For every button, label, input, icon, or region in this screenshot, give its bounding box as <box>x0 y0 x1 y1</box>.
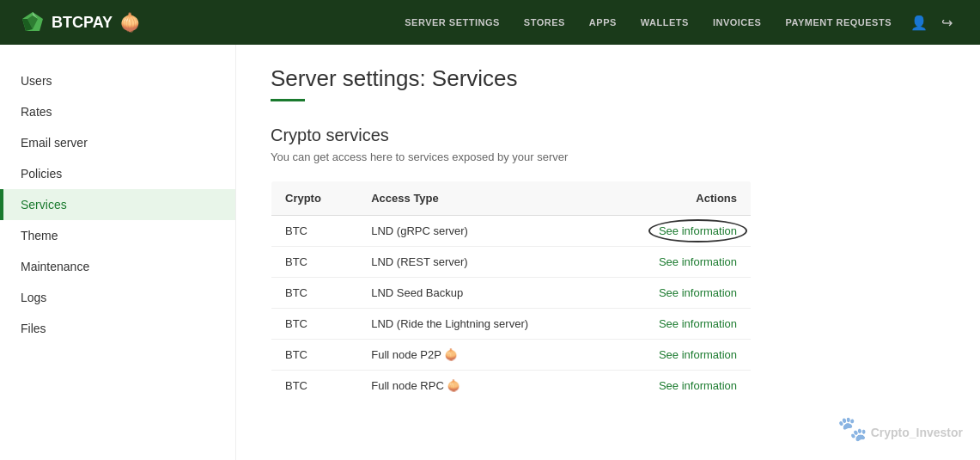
sidebar-item-services[interactable]: Services <box>0 189 235 220</box>
tor-icon: 🧅 <box>119 12 141 33</box>
cell-actions: See information <box>607 309 751 340</box>
logout-icon[interactable]: ↪ <box>934 15 959 31</box>
sidebar-item-maintenance[interactable]: Maintenance <box>0 251 235 282</box>
cell-access-type: Full node RPC 🧅 <box>357 371 607 402</box>
cell-crypto: BTC <box>271 247 358 278</box>
col-crypto: Crypto <box>271 181 358 216</box>
cell-access-type: LND (REST server) <box>357 247 607 278</box>
cell-access-type: LND (gRPC server) <box>357 216 607 247</box>
sidebar-item-rates[interactable]: Rates <box>0 96 235 127</box>
cell-actions: See information <box>607 247 751 278</box>
cell-actions: See information <box>607 216 751 247</box>
cell-actions: See information <box>607 278 751 309</box>
cell-access-type: Full node P2P 🧅 <box>357 340 607 371</box>
sidebar-item-email-server[interactable]: Email server <box>0 127 235 158</box>
page-wrapper: Users Rates Email server Policies Servic… <box>0 45 980 460</box>
nav-server-settings[interactable]: SERVER SETTINGS <box>393 17 512 28</box>
nav-wallets[interactable]: WALLETS <box>629 17 701 28</box>
see-information-link-3[interactable]: See information <box>659 317 737 330</box>
cell-crypto: BTC <box>271 309 358 340</box>
see-information-link-0[interactable]: See information <box>659 224 737 237</box>
table-row: BTCFull node P2P 🧅See information <box>271 340 752 371</box>
sidebar-item-logs[interactable]: Logs <box>0 282 235 313</box>
cell-actions: See information <box>607 340 751 371</box>
main-content: Server settings: Services Crypto service… <box>236 45 980 460</box>
cell-crypto: BTC <box>271 340 358 371</box>
table-row: BTCFull node RPC 🧅See information <box>271 371 752 402</box>
section-title: Crypto services <box>271 126 946 145</box>
cell-actions: See information <box>607 371 751 402</box>
nav-apps[interactable]: APPS <box>577 17 629 28</box>
cell-crypto: BTC <box>271 216 358 247</box>
cell-access-type: LND (Ride the Lightning server) <box>357 309 607 340</box>
cell-crypto: BTC <box>271 371 358 402</box>
nav-invoices[interactable]: INVOICES <box>701 17 774 28</box>
services-table: Crypto Access Type Actions BTCLND (gRPC … <box>271 181 752 402</box>
col-actions: Actions <box>607 181 751 216</box>
table-row: BTCLND (REST server)See information <box>271 247 752 278</box>
table-header-row: Crypto Access Type Actions <box>271 181 752 216</box>
table-row: BTCLND (gRPC server)See information <box>271 216 752 247</box>
sidebar-item-theme[interactable]: Theme <box>0 220 235 251</box>
sidebar-item-policies[interactable]: Policies <box>0 158 235 189</box>
see-information-link-1[interactable]: See information <box>659 255 737 268</box>
see-information-link-4[interactable]: See information <box>659 348 737 361</box>
user-icon[interactable]: 👤 <box>904 15 934 31</box>
nav-stores[interactable]: STORES <box>512 17 577 28</box>
section-subtitle: You can get access here to services expo… <box>271 150 946 163</box>
logo[interactable]: BTCPAY 🧅 <box>21 10 141 34</box>
see-information-link-5[interactable]: See information <box>659 379 737 392</box>
sidebar: Users Rates Email server Policies Servic… <box>0 45 236 460</box>
table-row: BTCLND Seed BackupSee information <box>271 278 752 309</box>
logo-icon <box>21 10 45 34</box>
title-underline <box>271 99 305 101</box>
brand-name: BTCPAY <box>52 14 113 32</box>
see-information-link-2[interactable]: See information <box>659 286 737 299</box>
header: BTCPAY 🧅 SERVER SETTINGS STORES APPS WAL… <box>0 0 980 45</box>
header-nav: SERVER SETTINGS STORES APPS WALLETS INVO… <box>175 15 959 31</box>
cell-crypto: BTC <box>271 278 358 309</box>
page-title: Server settings: Services <box>271 65 946 92</box>
col-access-type: Access Type <box>357 181 607 216</box>
sidebar-item-users[interactable]: Users <box>0 65 235 96</box>
table-row: BTCLND (Ride the Lightning server)See in… <box>271 309 752 340</box>
sidebar-item-files[interactable]: Files <box>0 313 235 344</box>
cell-access-type: LND Seed Backup <box>357 278 607 309</box>
nav-payment-requests[interactable]: PAYMENT REQUESTS <box>773 17 904 28</box>
